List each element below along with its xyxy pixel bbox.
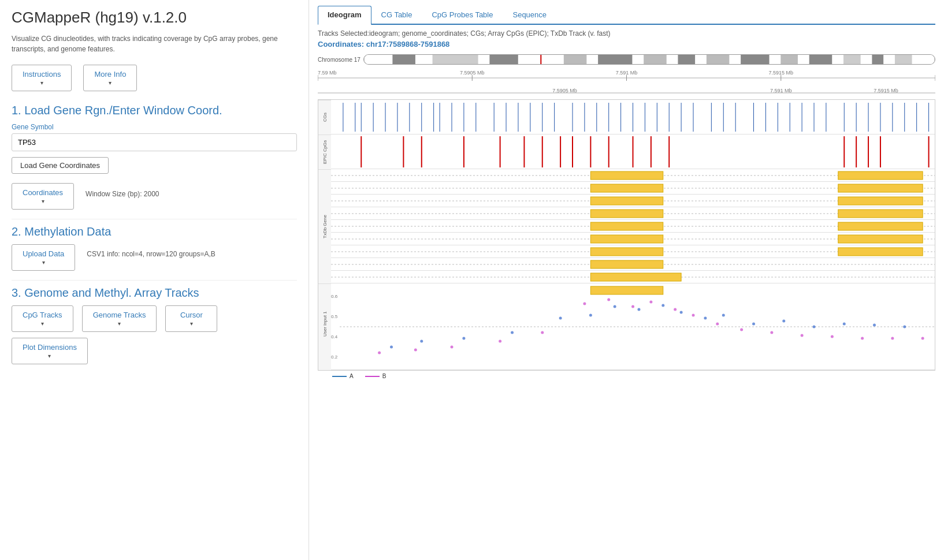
tab-cpg-probes-table[interactable]: CpG Probes Table xyxy=(422,6,503,24)
more-info-button[interactable]: More Info ▾ xyxy=(83,65,137,91)
svg-point-151 xyxy=(499,340,501,343)
upload-data-button[interactable]: Upload Data ▾ xyxy=(12,244,75,271)
svg-text:0.5: 0.5 xyxy=(331,314,338,319)
app-title: CGMappeR (hg19) v.1.2.0 xyxy=(12,9,297,27)
svg-rect-121 xyxy=(590,260,663,268)
cursor-arrow-icon: ▾ xyxy=(190,320,193,327)
tabs-row: Ideogram CG Table CpG Probes Table Seque… xyxy=(318,6,935,25)
svg-point-141 xyxy=(722,314,725,317)
tab-ideogram[interactable]: Ideogram xyxy=(318,6,371,25)
top-buttons-row: Instructions ▾ More Info ▾ xyxy=(12,65,297,91)
scale-ruler: 7.59 Mb 7.5905 Mb 7.591 Mb 7.5915 Mb xyxy=(318,69,935,87)
legend-area: A B xyxy=(318,373,935,379)
svg-point-148 xyxy=(378,352,381,354)
svg-rect-13 xyxy=(809,55,832,64)
svg-point-164 xyxy=(861,337,864,340)
section3-title: 3. Genome and Methyl. Array Tracks xyxy=(12,286,297,300)
svg-point-166 xyxy=(921,337,924,340)
txdb-row-3 xyxy=(331,195,935,207)
svg-point-149 xyxy=(414,349,417,352)
scale-svg: 7.59 Mb 7.5905 Mb 7.591 Mb 7.5915 Mb xyxy=(318,69,935,87)
svg-point-154 xyxy=(607,298,610,301)
svg-point-162 xyxy=(801,334,804,337)
svg-point-130 xyxy=(390,346,393,349)
svg-text:7.59 Mb: 7.59 Mb xyxy=(318,70,337,76)
svg-rect-115 xyxy=(590,235,663,243)
txdb-row1-svg xyxy=(331,169,935,181)
ideogram-svg xyxy=(364,54,935,65)
svg-rect-12 xyxy=(781,55,798,64)
svg-point-150 xyxy=(451,346,454,349)
svg-point-158 xyxy=(692,314,695,317)
cpg-tracks-button[interactable]: CpG Tracks ▾ xyxy=(12,305,73,332)
cgs-svg xyxy=(331,100,935,134)
gene-symbol-input[interactable] xyxy=(12,133,297,151)
svg-point-159 xyxy=(716,323,719,326)
legend-line-a-icon xyxy=(332,376,347,377)
txdb-row-8 xyxy=(331,258,935,271)
right-panel: Ideogram CG Table CpG Probes Table Seque… xyxy=(309,0,944,560)
epic-cpgs-label: EPIC CpGs xyxy=(318,135,331,169)
svg-point-157 xyxy=(674,308,677,311)
svg-point-147 xyxy=(903,326,906,328)
svg-rect-113 xyxy=(838,222,923,230)
svg-rect-123 xyxy=(590,273,681,281)
txdb-row-9 xyxy=(331,271,935,283)
svg-point-144 xyxy=(813,326,816,328)
svg-point-132 xyxy=(462,337,465,340)
genome-tracks-button[interactable]: Genome Tracks ▾ xyxy=(82,305,157,332)
svg-point-163 xyxy=(831,335,834,338)
svg-point-142 xyxy=(752,323,755,326)
svg-rect-118 xyxy=(590,248,663,256)
svg-point-137 xyxy=(637,308,640,311)
svg-rect-128 xyxy=(590,286,663,294)
coordinates-arrow-icon: ▾ xyxy=(42,198,44,204)
svg-point-140 xyxy=(704,317,707,320)
txdb-row3-svg xyxy=(331,195,935,207)
coordinates-button[interactable]: Coordinates ▾ xyxy=(12,183,74,210)
svg-point-153 xyxy=(583,303,586,305)
svg-point-146 xyxy=(873,324,876,327)
svg-point-155 xyxy=(631,305,634,308)
txdb-row-5 xyxy=(331,220,935,233)
plot-dimensions-arrow-icon: ▾ xyxy=(48,353,51,359)
ideogram-bar xyxy=(363,54,935,65)
txdb-row-4 xyxy=(331,207,935,220)
coordinates-label: Coordinates: chr17:7589868-7591868 xyxy=(318,40,935,48)
txdb-row8-svg xyxy=(331,258,935,270)
txdb-row-7 xyxy=(331,245,935,258)
txdb-row2-svg xyxy=(331,182,935,194)
epic-svg xyxy=(331,135,935,169)
upload-data-arrow-icon: ▾ xyxy=(42,259,45,266)
txdb-gene-label: TxDb Gene xyxy=(318,169,331,283)
svg-text:0.2: 0.2 xyxy=(331,354,338,360)
instructions-button[interactable]: Instructions ▾ xyxy=(12,65,72,91)
txdb-row6-svg xyxy=(331,233,935,245)
track-buttons-row: CpG Tracks ▾ Genome Tracks ▾ Cursor ▾ xyxy=(12,305,297,332)
window-size-label: Window Size (bp): 2000 xyxy=(86,190,159,198)
cpg-tracks-arrow-icon: ▾ xyxy=(41,320,44,327)
instructions-arrow-icon: ▾ xyxy=(40,80,43,86)
svg-rect-6 xyxy=(564,55,587,64)
plot-dimensions-button[interactable]: Plot Dimensions ▾ xyxy=(12,338,88,364)
user-input-track: 0.6 0.5 0.4 0.2 xyxy=(331,283,935,370)
cursor-button[interactable]: Cursor ▾ xyxy=(165,305,217,332)
svg-point-138 xyxy=(661,304,664,307)
legend-line-b-icon xyxy=(365,376,380,377)
load-gene-coordinates-button[interactable]: Load Gene Coordinates xyxy=(12,157,109,174)
tab-sequence[interactable]: Sequence xyxy=(503,6,556,24)
section2-title: 2. Methylation Data xyxy=(12,225,297,238)
svg-rect-110 xyxy=(838,210,923,218)
user-input-label: User Input 1 xyxy=(318,283,331,364)
svg-rect-8 xyxy=(644,55,667,64)
coords-row: Coordinates ▾ Window Size (bp): 2000 xyxy=(12,183,297,210)
svg-rect-16 xyxy=(895,55,912,64)
txdb-row-2 xyxy=(331,182,935,195)
tab-cg-table[interactable]: CG Table xyxy=(371,6,422,24)
svg-point-160 xyxy=(740,328,743,331)
svg-rect-103 xyxy=(590,184,663,192)
txdb-row-6 xyxy=(331,233,935,245)
section1-title: 1. Load Gene Rgn./Enter Window Coord. xyxy=(12,104,297,117)
txdb-tracks-group xyxy=(331,169,935,283)
svg-text:0.6: 0.6 xyxy=(331,294,338,299)
